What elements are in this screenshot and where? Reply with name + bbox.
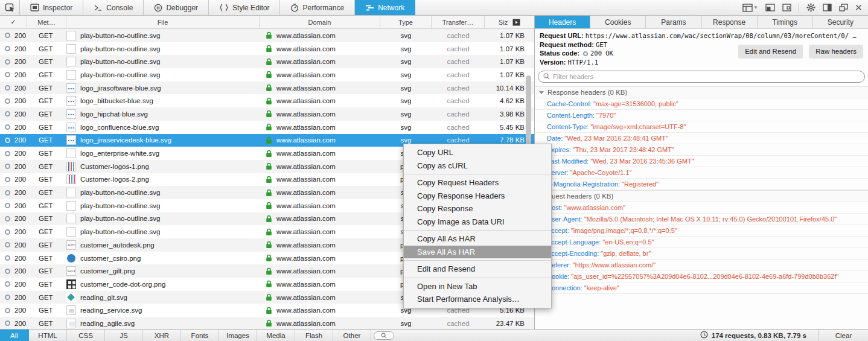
header-row[interactable]: Cache-Control: "max-age=31536000, public… bbox=[535, 98, 868, 110]
tab-network[interactable]: Network bbox=[355, 0, 415, 15]
header-row[interactable]: Server: "Apache-Coyote/1.1" bbox=[535, 167, 868, 179]
filter-headers-box[interactable] bbox=[538, 71, 865, 83]
header-row[interactable]: User-Agent: "Mozilla/5.0 (Macintosh; Int… bbox=[535, 214, 868, 225]
menu-item[interactable]: Copy Image as Data URI bbox=[404, 215, 551, 229]
file-cell: play-button-no-outline.svg bbox=[66, 57, 260, 66]
table-row[interactable]: 200GETplay-button-no-outline.svgwww.atla… bbox=[0, 55, 534, 68]
undock-icon[interactable] bbox=[839, 4, 848, 11]
header-row[interactable]: Cookie: "ajs_user_id=%22557057%3A209d04e… bbox=[535, 271, 868, 282]
status-cell: 200 bbox=[0, 320, 35, 327]
filter-xhr[interactable]: XHR bbox=[143, 330, 181, 341]
column-header-4[interactable]: Type bbox=[380, 16, 432, 28]
frame-select-icon[interactable]: ▼ bbox=[742, 4, 758, 12]
tab-console[interactable]: Console bbox=[83, 0, 144, 15]
header-row[interactable]: Last-Modified: "Wed, 23 Mar 2016 23:45:3… bbox=[535, 156, 868, 167]
settings-gear-icon[interactable] bbox=[806, 3, 815, 12]
responsive-mode-icon[interactable] bbox=[765, 4, 775, 11]
footer-search-button[interactable] bbox=[371, 330, 397, 341]
scratchpad-icon[interactable] bbox=[782, 4, 791, 11]
filter-flash[interactable]: Flash bbox=[295, 330, 333, 341]
detail-tab-security[interactable]: Security bbox=[813, 16, 868, 28]
performance-icon bbox=[290, 4, 299, 12]
column-header-6[interactable]: Siz bbox=[485, 16, 534, 28]
column-header-3[interactable]: Domain bbox=[260, 16, 380, 28]
header-row[interactable]: X-Magnolia-Registration: "Registered" bbox=[535, 179, 868, 190]
file-name: play-button-no-outline.svg bbox=[80, 71, 160, 78]
tab-label: Style Editor bbox=[232, 4, 269, 12]
column-header-1[interactable]: Met… bbox=[27, 16, 66, 28]
filter-html[interactable]: HTML bbox=[29, 330, 67, 341]
filter-js[interactable]: JS bbox=[105, 330, 143, 341]
menu-item[interactable]: Open in New Tab bbox=[404, 280, 551, 293]
filter-all[interactable]: All bbox=[0, 330, 29, 341]
header-row[interactable]: Date: "Wed, 23 Mar 2016 23:48:41 GMT" bbox=[535, 133, 868, 144]
detail-tab-cookies[interactable]: Cookies bbox=[590, 16, 646, 28]
status-code: 200 bbox=[14, 71, 26, 78]
header-row[interactable]: Accept-Language: "en-US,en;q=0.5" bbox=[535, 237, 868, 248]
header-value: "Thu, 23 Mar 2017 23:48:42 GMT" bbox=[571, 146, 674, 153]
edit-and-resend-button[interactable]: Edit and Resend bbox=[738, 45, 803, 59]
menu-item[interactable]: Copy as cURL bbox=[404, 159, 551, 173]
table-row[interactable]: 200GETlogo_hipchat-blue.svgwww.atlassian… bbox=[0, 107, 534, 121]
header-row[interactable]: Connection: "keep-alive" bbox=[535, 282, 868, 294]
menu-item[interactable]: Save All As HAR bbox=[404, 246, 551, 259]
menu-item[interactable]: Copy URL bbox=[404, 146, 551, 159]
table-row[interactable]: 200GETlogo_jirasoftware-blue.svgwww.atla… bbox=[0, 81, 534, 95]
filter-other[interactable]: Other bbox=[333, 330, 371, 341]
status-circle-icon bbox=[5, 320, 10, 326]
column-header-2[interactable]: File bbox=[66, 16, 260, 28]
header-row[interactable]: Expires: "Thu, 23 Mar 2017 23:48:42 GMT" bbox=[535, 144, 868, 156]
filter-media[interactable]: Media bbox=[257, 330, 295, 341]
menu-item[interactable]: Edit and Resend bbox=[404, 263, 551, 276]
header-row[interactable]: Content-Type: "image/svg+xml;charset=UTF… bbox=[535, 121, 868, 133]
sidebar-toggle-icon[interactable] bbox=[823, 4, 832, 11]
header-value: "https://www.atlassian.com/" bbox=[571, 261, 656, 269]
header-row[interactable]: Accept-Encoding: "gzip, deflate, br" bbox=[535, 248, 868, 260]
menu-item[interactable]: Copy Response Headers bbox=[404, 190, 551, 203]
filter-headers-input[interactable] bbox=[553, 73, 860, 80]
detail-tab-headers[interactable]: Headers bbox=[535, 16, 590, 28]
file-thumbnail-icon bbox=[66, 109, 76, 119]
domain-cell: www.atlassian.com bbox=[260, 202, 380, 209]
column-header-0[interactable]: ✓ bbox=[0, 16, 27, 28]
header-row[interactable]: Accept: "image/png,image/*;q=0.8,*/*;q=0… bbox=[535, 225, 868, 237]
tab-performance[interactable]: Performance bbox=[280, 0, 355, 15]
file-cell: logo_confluence-blue.svg bbox=[66, 123, 260, 132]
menu-item[interactable]: Start Performance Analysis… bbox=[404, 293, 551, 306]
pick-element-button[interactable] bbox=[0, 0, 20, 15]
clear-button[interactable]: Clear bbox=[819, 330, 868, 341]
filter-fonts[interactable]: Fonts bbox=[181, 330, 219, 341]
domain-name: www.atlassian.com bbox=[276, 281, 336, 288]
filter-css[interactable]: CSS bbox=[67, 330, 105, 341]
tab-inspector[interactable]: Inspector bbox=[20, 0, 83, 15]
header-row[interactable]: Host: "www.atlassian.com" bbox=[535, 202, 868, 214]
raw-headers-button[interactable]: Raw headers bbox=[809, 45, 863, 59]
detail-tab-timings[interactable]: Timings bbox=[758, 16, 813, 28]
detail-tab-params[interactable]: Params bbox=[646, 16, 701, 28]
status-cell: 200 bbox=[0, 124, 35, 131]
request-headers-section[interactable]: Request headers (0 KB) bbox=[535, 190, 868, 202]
tab-debugger[interactable]: Debugger bbox=[144, 0, 209, 15]
status-circle-icon bbox=[5, 242, 10, 247]
table-row[interactable]: 200GETlogo_confluence-blue.svgwww.atlass… bbox=[0, 121, 534, 134]
table-row[interactable]: 200GETplay-button-no-outline.svgwww.atla… bbox=[0, 68, 534, 81]
header-row[interactable]: Referer: "https://www.atlassian.com/" bbox=[535, 260, 868, 271]
response-headers-section[interactable]: Response headers (0 KB) bbox=[535, 86, 868, 98]
menu-item[interactable]: Copy Request Headers bbox=[404, 176, 551, 190]
table-row[interactable]: 200GETlogo_bitbucket-blue.svgwww.atlassi… bbox=[0, 94, 534, 107]
header-row[interactable]: Content-Length: "7970" bbox=[535, 110, 868, 121]
tab-style-editor[interactable]: Style Editor bbox=[209, 0, 280, 15]
file-thumbnail-icon bbox=[66, 96, 76, 106]
close-icon[interactable] bbox=[855, 4, 862, 11]
filter-images[interactable]: Images bbox=[219, 330, 257, 341]
detail-tab-response[interactable]: Response bbox=[702, 16, 758, 28]
menu-item[interactable]: Copy Response bbox=[404, 202, 551, 215]
menu-item[interactable]: Copy All As HAR bbox=[404, 232, 551, 246]
column-header-5[interactable]: Transfer… bbox=[432, 16, 485, 28]
table-row[interactable]: 200GETplay-button-no-outline.svgwww.atla… bbox=[0, 42, 534, 56]
header-name: Accept-Language: bbox=[547, 238, 601, 246]
file-name: logo_confluence-blue.svg bbox=[80, 124, 159, 131]
table-row[interactable]: 200GETreading_agile.svgwww.atlassian.com… bbox=[0, 317, 534, 329]
table-row[interactable]: 200GETplay-button-no-outline.svgwww.atla… bbox=[0, 29, 534, 42]
details-pane-icon[interactable] bbox=[512, 19, 520, 26]
